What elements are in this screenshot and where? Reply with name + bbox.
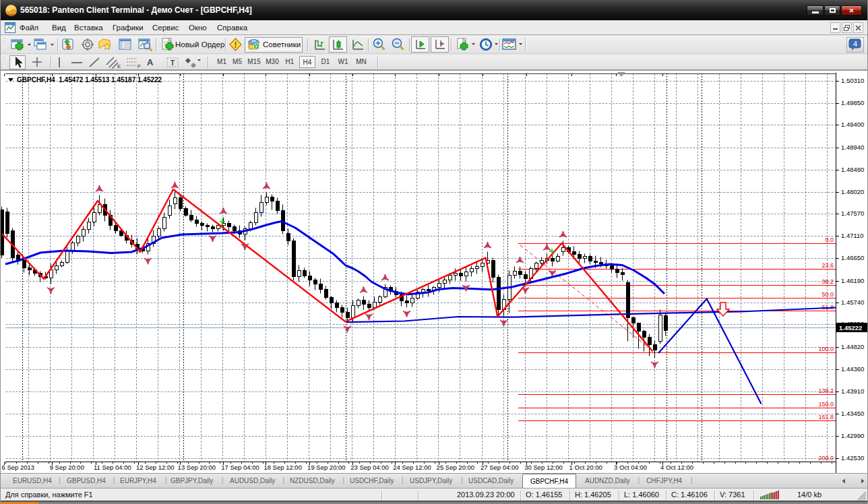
svg-text:19 Sep 20:00: 19 Sep 20:00	[307, 464, 346, 471]
svg-text:24 Sep 12:00: 24 Sep 12:00	[393, 464, 431, 471]
svg-text:150.0: 150.0	[818, 401, 834, 408]
svg-text:!: !	[235, 40, 237, 50]
svg-text:1.44820: 1.44820	[841, 343, 864, 350]
svg-text:100.0: 100.0	[818, 346, 834, 352]
svg-text:1.42990: 1.42990	[841, 432, 864, 439]
svg-text:50.0: 50.0	[822, 291, 834, 298]
svg-text:1.49850: 1.49850	[841, 99, 864, 106]
svg-text:4 Oct 12:00: 4 Oct 12:00	[660, 464, 693, 471]
svg-text:1.46650: 1.46650	[841, 254, 864, 261]
svg-text:1.48020: 1.48020	[841, 188, 864, 195]
svg-text:12 Sep 12:00: 12 Sep 12:00	[136, 464, 175, 471]
svg-text:E: E	[117, 63, 121, 69]
svg-text:1.45222: 1.45222	[839, 324, 862, 332]
svg-text:23 Sep 04:00: 23 Sep 04:00	[350, 464, 389, 471]
svg-text:27 Sep 04:00: 27 Sep 04:00	[480, 464, 519, 471]
svg-text:3 Oct 04:00: 3 Oct 04:00	[614, 464, 647, 471]
svg-text:1.47570: 1.47570	[841, 210, 864, 217]
svg-text:23.6: 23.6	[822, 262, 834, 269]
svg-text:4: 4	[853, 40, 857, 48]
svg-text:1.46190: 1.46190	[841, 277, 864, 284]
svg-text:1.45740: 1.45740	[841, 298, 864, 306]
svg-text:18 Sep 12:00: 18 Sep 12:00	[264, 464, 302, 471]
svg-text:1.44360: 1.44360	[841, 365, 864, 373]
svg-text:9 Sep 20:00: 9 Sep 20:00	[50, 464, 84, 471]
svg-text:25 Sep 20:00: 25 Sep 20:00	[437, 464, 475, 471]
svg-text:17 Sep 04:00: 17 Sep 04:00	[221, 464, 259, 471]
svg-text:T: T	[170, 59, 175, 67]
svg-text:GBPCHF,H4 1.45472 1.45513 1.4: GBPCHF,H4 1.45472 1.45513 1.45187 1.4522…	[17, 76, 162, 84]
svg-text:161.8: 161.8	[818, 414, 834, 420]
svg-text:0.0: 0.0	[825, 237, 834, 243]
svg-text:1.47110: 1.47110	[841, 232, 864, 239]
svg-text:1.42530: 1.42530	[841, 454, 864, 462]
svg-text:1 Oct 20:00: 1 Oct 20:00	[569, 464, 602, 471]
svg-text:200.0: 200.0	[818, 455, 834, 462]
svg-text:11 Sep 04:00: 11 Sep 04:00	[94, 464, 131, 471]
svg-text:1.50310: 1.50310	[841, 77, 864, 84]
svg-text:1.48480: 1.48480	[841, 166, 864, 173]
svg-text:138.2: 138.2	[818, 387, 834, 394]
svg-text:1.48940: 1.48940	[841, 144, 864, 151]
svg-text:13 Sep 20:00: 13 Sep 20:00	[178, 464, 216, 471]
svg-text:1.43450: 1.43450	[841, 410, 864, 417]
svg-text:6 Sep 2013: 6 Sep 2013	[2, 464, 35, 471]
svg-text:38.2: 38.2	[822, 278, 834, 285]
svg-text:1.49400: 1.49400	[841, 121, 864, 128]
svg-text:F: F	[137, 63, 141, 69]
svg-text:30 Sep 12:00: 30 Sep 12:00	[524, 464, 563, 471]
svg-text:1.43910: 1.43910	[841, 387, 864, 395]
